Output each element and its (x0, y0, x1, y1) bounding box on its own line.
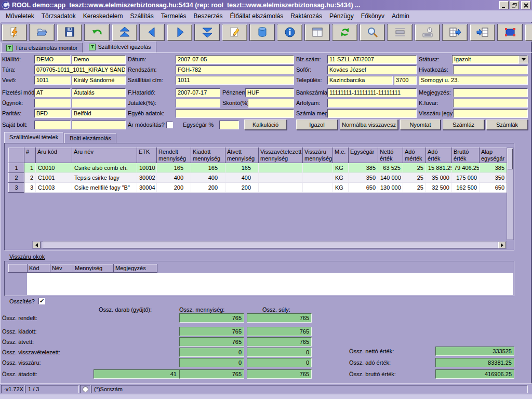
row-selector[interactable]: 1 (9, 163, 24, 173)
paritas-name-field[interactable]: Belföld (72, 109, 126, 118)
sajat-bolt-code-field[interactable] (34, 121, 71, 129)
cell[interactable]: 25 (403, 183, 426, 193)
cell[interactable]: 650 (480, 183, 507, 193)
szamlak-button[interactable]: Számlák (486, 119, 528, 130)
szamla-megj-field[interactable] (327, 109, 417, 118)
cell[interactable]: 30004 (137, 183, 157, 193)
first-record-button[interactable] (112, 24, 137, 41)
menu-item-penzugy[interactable]: Pénzügy (326, 11, 357, 21)
vevo-code-field[interactable]: 1011 (34, 76, 71, 85)
biz-szam-field[interactable]: 11-SZLL-AT/2007 (327, 55, 417, 64)
menu-item-beszerzes[interactable]: Beszerzés (190, 11, 227, 21)
cell[interactable]: 175 000 (452, 173, 480, 183)
table-import-button[interactable] (470, 24, 495, 41)
datum-field[interactable]: 2007-07-05 (176, 55, 294, 64)
cell[interactable]: C1003 (36, 183, 72, 193)
arfolyam-field[interactable] (327, 99, 417, 108)
last-record-button[interactable] (194, 24, 220, 41)
telepules-street-field[interactable]: Somogyi u. 23. (419, 76, 528, 85)
menu-item-szallitas[interactable]: Szállítás (126, 11, 157, 21)
cell[interactable]: 30002 (137, 173, 157, 183)
hivatkozas-field[interactable] (453, 65, 528, 74)
f-hatarido-field[interactable]: 2007-07-17 (176, 88, 220, 97)
cell[interactable] (303, 163, 333, 173)
scrollbar-thumb[interactable] (43, 242, 498, 248)
visszaru-okok-empty-body[interactable] (27, 273, 513, 295)
fizetesi-mod-code-field[interactable]: AT (34, 88, 71, 97)
cell[interactable]: 650 (349, 183, 378, 193)
table-row[interactable]: 3 3 C1003 Csike mellfilé fagy "B" 30004 … (9, 183, 507, 193)
cell[interactable]: 32 500 (426, 183, 452, 193)
normalba-visszavesz-button[interactable]: Normálba visszavesz (340, 119, 398, 130)
tab-szallitolevel-igazolas[interactable]: TSzállítólevél igazolás (84, 42, 156, 52)
search-button[interactable] (360, 24, 385, 41)
cell[interactable]: 25 (403, 173, 426, 183)
info-button[interactable] (277, 24, 302, 41)
cell[interactable]: 165 (191, 163, 225, 173)
cell[interactable]: 165 (157, 163, 191, 173)
tab-szallitolevel-tetelek[interactable]: Szállítólevél tételek (4, 132, 63, 143)
cell[interactable]: 1 (24, 163, 36, 173)
cell[interactable] (259, 163, 303, 173)
egyeb-adatok-field[interactable] (176, 109, 294, 118)
save-button[interactable] (57, 24, 82, 41)
cell[interactable]: 350 (480, 173, 507, 183)
close-button[interactable] (521, 1, 530, 9)
cell[interactable]: C1001 (36, 173, 72, 183)
restore-button[interactable] (510, 1, 519, 9)
menu-item-termeles[interactable]: Termelés (157, 11, 190, 21)
cell[interactable] (259, 173, 303, 183)
minimize-button[interactable] (499, 1, 509, 9)
next-record-button[interactable] (167, 24, 192, 41)
cell[interactable] (303, 173, 333, 183)
megjegyzes-field[interactable] (453, 88, 528, 97)
cell[interactable]: 400 (225, 173, 259, 183)
cell[interactable]: Csike mellfilé fagy "B" (72, 183, 137, 193)
paritas-code-field[interactable]: BFD (34, 109, 71, 118)
cell[interactable]: 165 (225, 163, 259, 173)
tab-tura-elszamolas-monitor[interactable]: TTúra elszámolás monitor (1, 43, 83, 52)
form-window-button[interactable] (304, 24, 330, 41)
menu-item-eloallat-elszamolas[interactable]: Élőállat elszámolás (227, 11, 287, 21)
nyomtat-button[interactable]: Nyomtat (400, 119, 441, 130)
cell[interactable]: 130 000 (378, 183, 403, 193)
database-button[interactable] (249, 24, 275, 41)
edit-button[interactable] (222, 24, 247, 41)
cell[interactable]: 200 (157, 183, 191, 193)
osszites-checkbox[interactable]: ✔ (38, 298, 45, 304)
ugynok-code-field[interactable] (34, 99, 71, 108)
cell[interactable]: 400 (157, 173, 191, 183)
egysegar-pct-field[interactable] (219, 121, 239, 129)
cell[interactable]: 385 (480, 163, 507, 173)
row-layout-button[interactable] (387, 24, 413, 41)
tura-field[interactable]: 070705-1011_1011_KIRÁLY SÁNDORNÉ (34, 65, 126, 74)
fizetesi-mod-name-field[interactable]: Átutalás (72, 88, 126, 97)
items-vertical-scrollbar[interactable] (507, 148, 514, 240)
cell[interactable]: 10010 (137, 163, 157, 173)
row-selector[interactable]: 3 (9, 183, 24, 193)
table-row[interactable]: 1 1 C0010 Csirke alsó comb eh. 10010 165… (9, 163, 507, 173)
table-row[interactable]: 2 2 C1001 Tepsis csirke fagy 30002 400 4… (9, 173, 507, 183)
cell[interactable]: Csirke alsó comb eh. (72, 163, 137, 173)
cell[interactable]: 200 (225, 183, 259, 193)
igazol-button[interactable]: Igazol (296, 119, 338, 130)
sofor-field[interactable]: Kovács József (327, 65, 417, 74)
previous-record-button[interactable] (139, 24, 165, 41)
cell[interactable]: 350 (349, 173, 378, 183)
undo-button[interactable] (84, 24, 110, 41)
szamlaz-button[interactable]: Számláz (443, 119, 484, 130)
penznem-field[interactable]: HUF (245, 88, 294, 97)
cell[interactable]: KG (333, 183, 349, 193)
cell[interactable]: 400 (191, 173, 225, 183)
cell[interactable]: 63 525 (378, 163, 403, 173)
ar-modositas-checkbox[interactable] (166, 122, 173, 128)
bankszamla-field[interactable]: 11111111-11111111-11111111 (327, 88, 417, 97)
tab-bolti-elszamolas[interactable]: Bolti elszámolás (64, 133, 116, 143)
k-fuvar-field[interactable] (453, 99, 528, 108)
statusz-dropdown[interactable]: Igazolt (452, 55, 528, 64)
menu-item-muveletek[interactable]: Műveletek (2, 11, 38, 21)
vevo-name-field[interactable]: Király Sándorné (72, 76, 126, 85)
cell[interactable]: C0010 (36, 163, 72, 173)
statusz-dropdown-button[interactable] (518, 56, 528, 63)
stop-close-button[interactable] (525, 24, 532, 41)
